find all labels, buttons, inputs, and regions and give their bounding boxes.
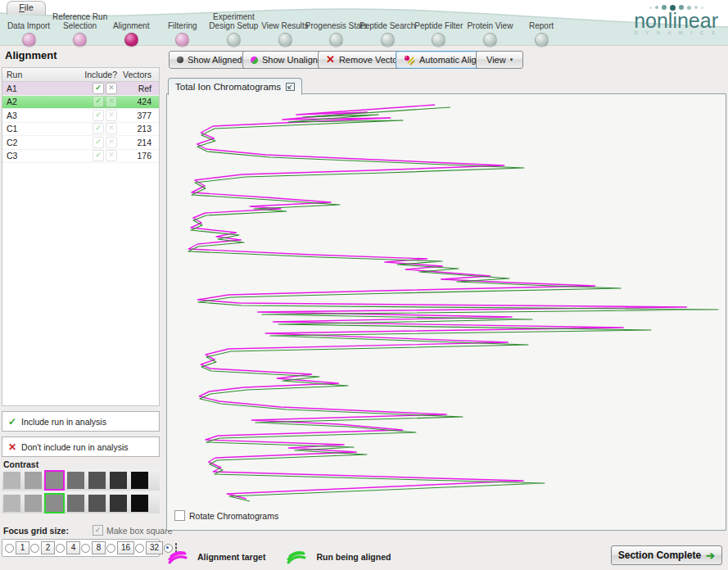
table-row-a2[interactable]: A2✓✕424 [2, 96, 159, 110]
table-row-c3[interactable]: C3✓✕176 [2, 150, 159, 164]
workflow-step-dot[interactable] [227, 33, 241, 47]
workflow-step-dot[interactable] [432, 33, 445, 47]
contrast-swatch[interactable] [3, 472, 20, 489]
tab-total-ion-chromatograms[interactable]: Total Ion Chromatograms [168, 78, 302, 95]
workflow-step-dot[interactable] [124, 33, 138, 47]
focus-grid-radio-2[interactable] [30, 544, 39, 553]
page-title: Alignment [5, 49, 57, 61]
legend-run-being-aligned: Run being aligned [316, 552, 391, 562]
workflow-step-label: Filtering [154, 11, 211, 30]
vectors-count: 424 [120, 97, 156, 106]
workflow-step-dot[interactable] [483, 33, 497, 47]
file-menu[interactable]: File [7, 1, 46, 15]
run-name: C1 [2, 124, 83, 133]
workflow-step-peptide-filter[interactable]: Peptide Filter [410, 11, 468, 47]
make-box-square[interactable]: ✓ Make box square [93, 525, 173, 536]
contrast-swatch[interactable] [131, 495, 148, 512]
exclude-cross-button[interactable]: ✕ [106, 110, 117, 121]
contrast-swatch[interactable] [67, 495, 84, 512]
include-cell: ✓✕ [83, 83, 120, 94]
vectors-count: 214 [120, 138, 156, 147]
exclude-cross-button[interactable]: ✕ [106, 123, 117, 134]
workflow-step-label: Progenesis Stats [308, 11, 365, 30]
table-row-a1[interactable]: A1✓✕Ref [2, 82, 159, 96]
vectors-count: 176 [120, 151, 156, 161]
exclude-cross-button[interactable]: ✕ [106, 150, 117, 161]
rotate-checkbox[interactable] [174, 510, 185, 521]
workflow-step-dot[interactable] [278, 33, 292, 47]
contrast-swatch[interactable] [25, 472, 42, 489]
workflow-step-experiment-design-setup[interactable]: Experiment Design Setup [205, 11, 262, 47]
table-row-a3[interactable]: A3✓✕377 [2, 109, 159, 123]
chevron-down-icon: ▾ [510, 57, 513, 63]
workflow-step-filtering[interactable]: Filtering [154, 11, 211, 47]
remove-x-icon: ✕ [326, 55, 335, 65]
contrast-swatch[interactable] [46, 495, 63, 512]
include-check-button[interactable]: ✓ [93, 123, 104, 134]
run-table-rows: A1✓✕RefA2✓✕424A3✓✕377C1✓✕213C2✓✕214C3✓✕1… [2, 82, 159, 163]
cross-icon: ✕ [8, 441, 16, 453]
contrast-swatch[interactable] [3, 495, 20, 512]
include-check-button[interactable]: ✓ [93, 83, 104, 94]
col-run: Run [2, 70, 83, 79]
focus-grid-radio-16[interactable] [106, 544, 115, 553]
include-check-button[interactable]: ✓ [93, 110, 104, 121]
contrast-swatch[interactable] [67, 472, 84, 489]
workflow-step-dot[interactable] [381, 33, 395, 47]
focus-grid-value: 16 [117, 541, 134, 554]
chromatogram-plot[interactable] [167, 94, 726, 530]
contrast-swatch[interactable] [25, 495, 42, 512]
exclude-cross-button[interactable]: ✕ [106, 137, 117, 148]
workflow-step-dot[interactable] [73, 33, 87, 47]
workflow-step-alignment[interactable]: Alignment [102, 11, 160, 47]
section-complete-button[interactable]: Section Complete ➔ [611, 545, 722, 565]
focus-grid-radio-4[interactable] [56, 544, 65, 553]
contrast-swatch[interactable] [110, 472, 127, 489]
file-menu-rest: ile [25, 2, 34, 12]
undock-icon[interactable] [286, 83, 295, 91]
table-row-c2[interactable]: C2✓✕214 [2, 136, 159, 150]
include-cell: ✓✕ [83, 150, 120, 161]
contrast-swatch[interactable] [88, 472, 106, 489]
workflow-step-label: Peptide Search [359, 11, 416, 30]
magenta-scribble-icon [168, 550, 188, 564]
run-name: C3 [2, 151, 83, 161]
workflow-step-peptide-search[interactable]: Peptide Search [359, 11, 416, 47]
logo-subtitle: D Y N A M I C S [634, 30, 718, 35]
contrast-swatch[interactable] [110, 495, 127, 512]
rotate-label: Rotate Chromatograms [189, 511, 278, 521]
workflow-step-dot[interactable] [22, 33, 36, 47]
workflow-step-progenesis-stats[interactable]: Progenesis Stats [308, 11, 365, 47]
workflow-step-dot[interactable] [175, 33, 189, 47]
include-run-hint-label: Include run in analysis [21, 417, 106, 427]
workflow-step-protein-view[interactable]: Protein View [461, 11, 518, 47]
workflow-step-report[interactable]: Report [513, 11, 570, 47]
make-box-square-checkbox[interactable]: ✓ [93, 525, 103, 536]
chromatogram-panel[interactable]: Rotate Chromatograms [166, 93, 726, 531]
contrast-swatch[interactable] [131, 472, 148, 489]
unaligned-dot-icon [251, 57, 258, 64]
include-check-button[interactable]: ✓ [93, 96, 104, 107]
include-check-button[interactable]: ✓ [93, 150, 104, 161]
focus-grid-radio-8[interactable] [81, 544, 90, 553]
run-name: C2 [2, 138, 83, 147]
view-button[interactable]: View ▾ [476, 51, 523, 69]
include-cell: ✓✕ [83, 110, 120, 121]
rotate-chromatograms[interactable]: Rotate Chromatograms [174, 510, 278, 521]
workflow-step-dot[interactable] [329, 33, 343, 47]
run-name: A2 [2, 97, 83, 106]
green-scribble-icon [287, 550, 306, 564]
workflow-step-data-import[interactable]: Data Import [0, 11, 57, 47]
focus-grid-radio-1[interactable] [5, 544, 14, 553]
exclude-cross-button[interactable]: ✕ [106, 96, 117, 107]
contrast-swatch[interactable] [88, 495, 106, 512]
contrast-swatch[interactable] [46, 472, 63, 489]
workflow-step-dot[interactable] [535, 33, 549, 47]
exclude-cross-button[interactable]: ✕ [106, 83, 117, 94]
focus-grid-radio-32[interactable] [135, 544, 144, 553]
include-check-button[interactable]: ✓ [93, 137, 104, 148]
table-row-c1[interactable]: C1✓✕213 [2, 123, 159, 137]
focus-grid-value: 2 [41, 541, 55, 554]
include-cell: ✓✕ [83, 137, 120, 148]
workflow-step-reference-run-selection[interactable]: Reference Run Selection [52, 11, 109, 47]
